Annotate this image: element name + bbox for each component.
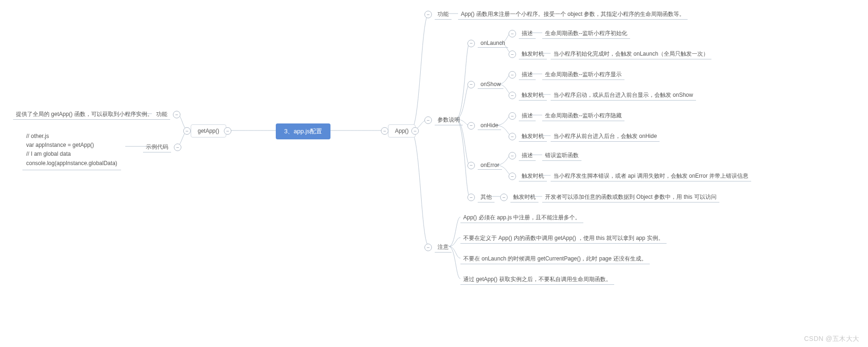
leaf: 当小程序初始化完成时，会触发 onLaunch（全局只触发一次）: [551, 49, 711, 59]
root-label: 3、app.js配置: [284, 128, 322, 135]
mindmap-canvas: 3、app.js配置 getApp() − − − 功能 提供了全局的 getA…: [0, 0, 868, 347]
node-onlaunch-desc[interactable]: −描述: [509, 29, 536, 39]
node-app-label: App(): [395, 128, 409, 134]
toggle-icon[interactable]: −: [424, 11, 432, 18]
toggle-icon[interactable]: −: [509, 173, 516, 180]
leaf: 当小程序从前台进入后台，会触发 onHide: [551, 131, 660, 142]
label: 描述: [519, 151, 536, 161]
leaf: 生命周期函数--监听小程序显示: [542, 70, 624, 80]
node-getapp-sample[interactable]: − 示例代码: [143, 142, 181, 152]
label: 触发时机: [519, 131, 547, 142]
label: 触发时机: [519, 90, 547, 101]
leaf: 错误监听函数: [542, 151, 581, 161]
leaf: 生命周期函数--监听小程序隐藏: [542, 111, 624, 121]
label: 描述: [519, 111, 536, 121]
node-onshow-desc[interactable]: −描述: [509, 70, 536, 80]
toggle-icon[interactable]: −: [509, 152, 516, 159]
toggle-icon[interactable]: −: [467, 162, 475, 169]
leaf-notice-0: App() 必须在 app.js 中注册，且不能注册多个。: [460, 213, 583, 223]
label: onShow: [478, 80, 503, 89]
toggle-icon[interactable]: −: [224, 127, 231, 135]
node-onshow-timing[interactable]: −触发时机: [509, 90, 547, 101]
label: 参数说明: [435, 115, 463, 125]
leaf-getapp-sample-code: // other.js var appInstance = getApp() /…: [22, 130, 121, 170]
label: 注意: [435, 242, 452, 253]
label: onError: [478, 161, 502, 170]
toggle-icon[interactable]: −: [174, 144, 181, 151]
label: onLaunch: [478, 39, 508, 48]
node-other[interactable]: −其他: [467, 192, 495, 202]
toggle-icon[interactable]: −: [173, 111, 180, 118]
watermark: CSDN @五木大大: [804, 335, 860, 343]
node-app-func[interactable]: − 功能: [424, 9, 452, 20]
label: 功能: [435, 9, 452, 20]
root-node[interactable]: 3、app.js配置: [276, 123, 330, 139]
toggle-icon[interactable]: −: [183, 127, 191, 135]
toggle-icon[interactable]: −: [509, 30, 516, 37]
toggle-icon[interactable]: −: [381, 127, 388, 135]
node-onhide-timing[interactable]: −触发时机: [509, 131, 547, 142]
leaf-notice-3: 通过 getApp() 获取实例之后，不要私自调用生命周期函数。: [460, 275, 614, 285]
toggle-icon[interactable]: −: [424, 116, 432, 124]
toggle-icon[interactable]: −: [509, 112, 516, 120]
node-getapp[interactable]: getApp(): [191, 124, 226, 137]
node-onerror-timing[interactable]: −触发时机: [509, 171, 547, 181]
node-notice[interactable]: −注意: [424, 242, 452, 253]
toggle-icon[interactable]: −: [509, 51, 516, 58]
leaf-app-func-desc: App() 函数用来注册一个小程序。接受一个 object 参数，其指定小程序的…: [458, 9, 688, 20]
leaf: 生命周期函数--监听小程序初始化: [542, 29, 630, 39]
label: onHide: [478, 121, 501, 130]
label: 触发时机: [519, 171, 547, 181]
toggle-icon[interactable]: −: [467, 194, 475, 201]
toggle-icon[interactable]: −: [509, 71, 516, 79]
node-onerror[interactable]: −onError: [467, 161, 502, 170]
label: 功能: [153, 109, 170, 120]
toggle-icon[interactable]: −: [411, 127, 419, 135]
leaf-notice-2: 不要在 onLaunch 的时候调用 getCurrentPage()，此时 p…: [460, 254, 650, 264]
leaf: 当小程序发生脚本错误，或者 api 调用失败时，会触发 onError 并带上错…: [551, 171, 751, 181]
leaf: 当小程序启动，或从后台进入前台显示，会触发 onShow: [551, 90, 696, 101]
node-onlaunch-timing[interactable]: −触发时机: [509, 49, 547, 59]
leaf-notice-1: 不要在定义于 App() 内的函数中调用 getApp() ，使用 this 就…: [460, 233, 667, 244]
label: 示例代码: [143, 142, 171, 152]
node-onerror-desc[interactable]: −描述: [509, 151, 536, 161]
label: 描述: [519, 29, 536, 39]
node-app-params[interactable]: − 参数说明: [424, 115, 463, 125]
label: 触发时机: [510, 192, 538, 202]
toggle-icon[interactable]: −: [500, 194, 508, 201]
label: 触发时机: [519, 49, 547, 59]
leaf-getapp-func-desc: 提供了全局的 getApp() 函数，可以获取到小程序实例。: [13, 109, 156, 120]
label: 其他: [478, 192, 495, 202]
node-onlaunch[interactable]: −onLaunch: [467, 39, 508, 48]
toggle-icon[interactable]: −: [467, 40, 475, 47]
toggle-icon[interactable]: −: [424, 244, 432, 251]
toggle-icon[interactable]: −: [467, 81, 475, 88]
node-getapp-label: getApp(): [198, 128, 219, 134]
node-onshow[interactable]: −onShow: [467, 80, 503, 89]
label: 描述: [519, 70, 536, 80]
node-other-timing[interactable]: −触发时机: [500, 192, 538, 202]
node-getapp-func[interactable]: − 功能: [153, 109, 180, 120]
node-onhide-desc[interactable]: −描述: [509, 111, 536, 121]
toggle-icon[interactable]: −: [509, 133, 516, 140]
node-onhide[interactable]: −onHide: [467, 121, 501, 130]
leaf: 开发者可以添加任意的函数或数据到 Object 参数中，用 this 可以访问: [542, 192, 719, 202]
toggle-icon[interactable]: −: [467, 122, 475, 130]
toggle-icon[interactable]: −: [509, 92, 516, 99]
